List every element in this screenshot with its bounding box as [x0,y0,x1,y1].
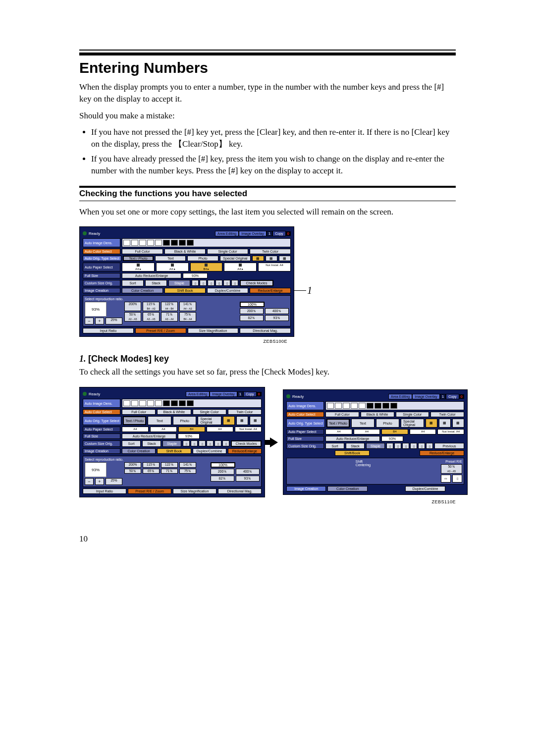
ratio-50[interactable]: 50％A3→A5 [124,312,141,322]
paper-a4-1[interactable]: A4 [325,429,352,434]
auto-image-density-button[interactable]: Auto Image Dens. [83,399,120,408]
zoom-minus[interactable]: − [85,318,94,324]
shift-book-button[interactable]: Shift Book [157,448,191,454]
ratio-122[interactable]: 122％ [161,462,178,468]
zoom-minus[interactable]: − [85,478,94,485]
ratio-122[interactable]: 122％A4→B4 [161,302,178,311]
density-scale[interactable] [122,399,262,408]
ratio-200[interactable]: 200% [124,462,141,468]
tray-icon-1[interactable]: ▦ [223,416,235,425]
area-editing-button[interactable]: Area Editing [215,231,239,236]
ratio-400[interactable]: 400％ [236,469,260,475]
stack-button[interactable]: Stack [145,280,167,286]
tray-icon-3[interactable]: ▦ [279,256,291,261]
ratio-82[interactable]: 82％ [211,476,234,482]
ratio-75[interactable]: 75％B4→A4 [179,312,196,322]
custom-size-orig-button[interactable]: Custom Size Orig. [83,280,120,286]
ratio-75[interactable]: 75％ [179,469,196,474]
full-color-button[interactable]: Full Color [122,409,156,415]
special-original-button[interactable]: Special Original [401,419,424,428]
input-ratio-button[interactable]: Input Ratio [83,488,126,494]
ratio-50[interactable]: 50％ [124,469,141,474]
auto-paper-select-button[interactable]: Auto Paper Select [83,427,120,432]
tray-icon-2[interactable]: ▦ [266,256,277,261]
sort-button[interactable]: Sort [122,440,141,447]
staple-button[interactable]: Staple [162,440,181,447]
full-size-button[interactable]: Full Size [83,273,120,278]
directional-mag-button[interactable]: Directional Mag. [240,328,291,333]
previous-button[interactable]: Previous [434,443,464,449]
tray-icon-3[interactable]: ▦ [250,416,262,425]
auto-paper-select-button[interactable]: Auto Paper Select [286,429,324,434]
paper-a4-2[interactable]: A4 [354,429,380,434]
paper-a4-3[interactable]: A4 [410,429,436,434]
tray-icon-1[interactable]: ▦ [252,256,264,261]
text-photo-button[interactable]: Text / Photo [123,256,154,261]
ratio-82[interactable]: 82％ [240,315,264,321]
check-modes-button[interactable]: Check Modes [240,280,273,286]
twin-color-button[interactable]: Twin Color [430,412,464,417]
paper-a4-3[interactable]: A4 [207,427,233,432]
full-color-button[interactable]: Full Color [325,412,359,417]
image-overlay-button[interactable]: Image Overlay [239,231,267,236]
input-ratio-button[interactable]: Input Ratio [83,328,134,333]
sort-button[interactable]: Sort [325,443,344,449]
bw-button[interactable]: Black & White [164,249,206,254]
image-creation-button[interactable]: Image Creation [83,288,120,293]
image-overlay-button[interactable]: Image Overlay [210,391,237,397]
image-overlay-button[interactable]: Image Overlay [412,394,440,399]
density-scale[interactable] [122,238,291,247]
duplex-combine-button[interactable]: Duplex/Combine [207,288,248,293]
staple-positions[interactable]: ▯▯▯▯▯▯ [386,443,433,449]
photo-button[interactable]: Photo [173,416,197,425]
auto-orig-type-button[interactable]: Auto Orig. Type Select [83,256,121,261]
duplex-combine-foot[interactable]: Duplex/Combine [405,486,445,491]
ratio-65[interactable]: 65％A3→A5 [143,312,160,322]
color-creation-foot[interactable]: Color Creation [327,486,367,491]
paper-a4-3[interactable]: A4 ▸ [224,263,257,271]
paper-b4[interactable]: B4 [178,427,205,432]
auto-orig-type-button[interactable]: Auto Orig. Type Select [83,416,121,425]
color-creation-button[interactable]: Color Creation [122,448,156,454]
auto-color-select-button[interactable]: Auto Color Select [83,249,120,254]
ratio-141[interactable]: 141％A4→A3 [179,302,196,311]
auto-reduce-enlarge-button[interactable]: Auto Reduce/Enlarge [122,433,176,439]
paper-not-installed[interactable]: Not Instal. A4 [437,429,464,434]
text-photo-button[interactable]: Text / Photo [326,419,350,428]
area-editing-button[interactable]: Area Editing [388,394,412,399]
ratio-71[interactable]: 71％ [161,469,178,474]
stack-button[interactable]: Stack [142,440,161,447]
staple-positions[interactable]: ▯▯▯▯▯▯ [183,440,229,447]
auto-paper-select-button[interactable]: Auto Paper Select [83,263,120,271]
staple-positions[interactable]: ▯▯ ▯▯ ▯▯ [192,280,238,286]
paper-not-installed[interactable]: Not Instal. A4 [258,263,291,271]
single-color-button[interactable]: Single Color [193,409,226,415]
ratio-93[interactable]: 93％ [265,315,289,321]
photo-button[interactable]: Photo [187,256,218,261]
color-creation-button[interactable]: Color Creation [122,288,163,293]
text-button[interactable]: Text [155,256,186,261]
shift-book-tab[interactable]: Shift/Book [335,450,370,456]
auto-reduce-enlarge-button[interactable]: Auto Reduce/Enlarge [122,273,181,278]
ratio-71[interactable]: 71％A3→A4 [161,312,178,322]
paper-not-installed[interactable]: Not Instal. A4 [235,427,262,432]
auto-reduce-enlarge-button[interactable]: Auto Reduce/Enlarge [325,436,380,441]
bw-button[interactable]: Black & White [361,412,394,417]
reduce-enlarge-button[interactable]: Reduce/Enlarge [228,448,262,454]
tray-icon-2[interactable]: ▦ [236,416,248,425]
pct-25[interactable]: 25% [106,318,122,324]
full-size-button[interactable]: Full Size [286,436,324,441]
ratio-100[interactable]: 100% [211,462,235,468]
reduce-enlarge-tab[interactable]: Reduce/Enlarge [420,450,464,456]
reduce-enlarge-button[interactable]: Reduce/Enlarge [250,288,291,293]
bw-button[interactable]: Black & White [157,409,191,415]
text-button[interactable]: Text [148,416,171,425]
ratio-93[interactable]: 93％ [236,476,260,482]
paper-a4-1[interactable]: A4 [122,427,149,432]
auto-image-density-button[interactable]: Auto Image Dens. [286,401,324,410]
pct-25[interactable]: 25% [106,478,122,485]
custom-size-orig-button[interactable]: Custom Size Orig. [83,440,120,447]
paper-b4[interactable]: B4 ▸ [190,263,223,271]
directional-mag-button[interactable]: Directional Mag. [218,488,262,494]
preset-re-zoom-button[interactable]: Preset R/E / Zoom [128,488,171,494]
